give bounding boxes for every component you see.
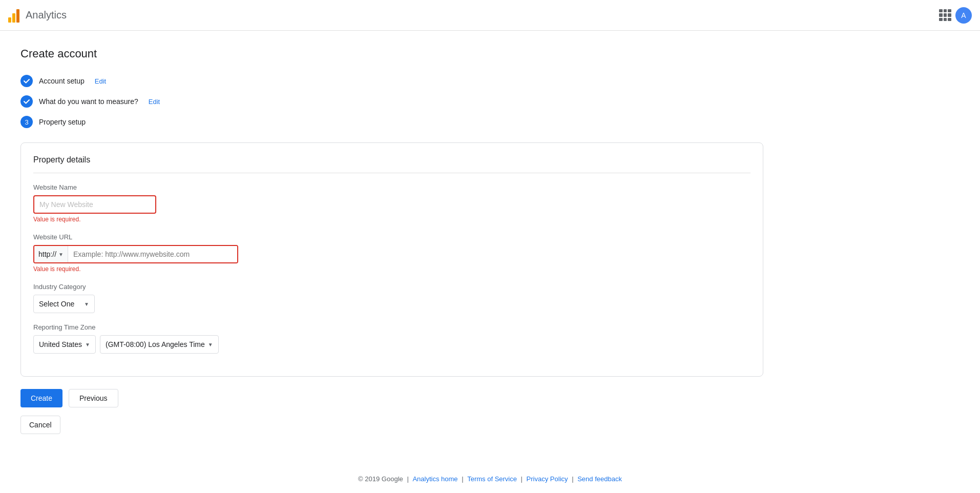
timezone-country-arrow: ▼ bbox=[85, 342, 90, 347]
website-url-group: Website URL http:// ▼ Value is required. bbox=[33, 233, 750, 273]
step-2-label: What do you want to measure? bbox=[39, 97, 138, 106]
header-right: A bbox=[939, 7, 972, 24]
url-protocol-arrow: ▼ bbox=[58, 252, 64, 257]
timezone-time-arrow: ▼ bbox=[208, 342, 213, 347]
step-2-edit[interactable]: Edit bbox=[149, 98, 160, 106]
step-1-label: Account setup bbox=[39, 77, 85, 85]
website-name-input[interactable] bbox=[33, 195, 156, 214]
grid-dot bbox=[939, 18, 943, 22]
industry-category-arrow: ▼ bbox=[84, 301, 89, 307]
step-1-check-icon bbox=[20, 75, 33, 87]
website-name-label: Website Name bbox=[33, 183, 750, 191]
cancel-button[interactable]: Cancel bbox=[20, 416, 60, 434]
grid-dot bbox=[944, 18, 947, 22]
footer-sep-3: | bbox=[521, 475, 525, 483]
url-input[interactable] bbox=[68, 246, 237, 262]
footer-copyright: © 2019 Google bbox=[358, 475, 403, 483]
website-name-group: Website Name Value is required. bbox=[33, 183, 750, 223]
grid-dot bbox=[939, 9, 943, 13]
header-left: Analytics bbox=[8, 8, 67, 23]
step-3-label: Property setup bbox=[39, 118, 86, 126]
step-1-edit[interactable]: Edit bbox=[95, 77, 106, 85]
grid-dot bbox=[948, 18, 951, 22]
timezone-group: Reporting Time Zone United States ▼ (GMT… bbox=[33, 323, 750, 354]
step-3: 3 Property setup bbox=[20, 116, 799, 128]
logo-bar-1 bbox=[8, 17, 11, 23]
app-header: Analytics A bbox=[0, 0, 980, 31]
url-protocol-value: http:// bbox=[38, 250, 56, 258]
step-1: Account setup Edit bbox=[20, 75, 799, 87]
url-row: http:// ▼ bbox=[33, 245, 238, 263]
timezone-country-select[interactable]: United States ▼ bbox=[33, 335, 96, 354]
step-2-check-icon bbox=[20, 95, 33, 108]
footer-terms[interactable]: Terms of Service bbox=[467, 475, 517, 483]
website-name-error: Value is required. bbox=[33, 216, 750, 223]
logo-bar-3 bbox=[16, 9, 19, 23]
apps-icon[interactable] bbox=[939, 9, 951, 22]
card-title: Property details bbox=[33, 155, 750, 173]
footer-sep-4: | bbox=[572, 475, 575, 483]
avatar[interactable]: A bbox=[955, 7, 972, 24]
property-details-card: Property details Website Name Value is r… bbox=[20, 142, 763, 377]
previous-button[interactable]: Previous bbox=[69, 389, 118, 407]
step-2: What do you want to measure? Edit bbox=[20, 95, 799, 108]
timezone-country-value: United States bbox=[39, 340, 82, 348]
industry-category-select[interactable]: Select One ▼ bbox=[33, 295, 95, 313]
cancel-row: Cancel bbox=[20, 416, 799, 434]
url-protocol-dropdown[interactable]: http:// ▼ bbox=[34, 246, 68, 262]
timezone-label: Reporting Time Zone bbox=[33, 323, 750, 331]
grid-dot bbox=[944, 13, 947, 17]
footer: © 2019 Google | Analytics home | Terms o… bbox=[0, 465, 980, 493]
industry-category-label: Industry Category bbox=[33, 283, 750, 291]
timezone-time-select[interactable]: (GMT-08:00) Los Angeles Time ▼ bbox=[100, 335, 219, 354]
grid-dot bbox=[948, 13, 951, 17]
grid-dot bbox=[948, 9, 951, 13]
grid-dot bbox=[944, 9, 947, 13]
timezone-row: United States ▼ (GMT-08:00) Los Angeles … bbox=[33, 335, 750, 354]
footer-privacy[interactable]: Privacy Policy bbox=[527, 475, 568, 483]
step-3-number: 3 bbox=[20, 116, 33, 128]
main-content: Create account Account setup Edit What d… bbox=[0, 31, 820, 450]
url-error: Value is required. bbox=[33, 265, 750, 273]
industry-category-group: Industry Category Select One ▼ bbox=[33, 283, 750, 313]
logo-bar-2 bbox=[12, 13, 15, 23]
action-row: Create Previous bbox=[20, 389, 799, 407]
footer-sep-2: | bbox=[462, 475, 465, 483]
timezone-time-value: (GMT-08:00) Los Angeles Time bbox=[106, 340, 205, 348]
footer-feedback[interactable]: Send feedback bbox=[577, 475, 622, 483]
app-title: Analytics bbox=[26, 9, 67, 21]
industry-category-value: Select One bbox=[39, 300, 74, 308]
footer-sep-1: | bbox=[407, 475, 410, 483]
grid-dot bbox=[939, 13, 943, 17]
analytics-logo bbox=[8, 8, 19, 23]
website-url-label: Website URL bbox=[33, 233, 750, 241]
footer-analytics-home[interactable]: Analytics home bbox=[412, 475, 457, 483]
steps-list: Account setup Edit What do you want to m… bbox=[20, 75, 799, 128]
create-button[interactable]: Create bbox=[20, 389, 62, 407]
page-title: Create account bbox=[20, 47, 799, 60]
